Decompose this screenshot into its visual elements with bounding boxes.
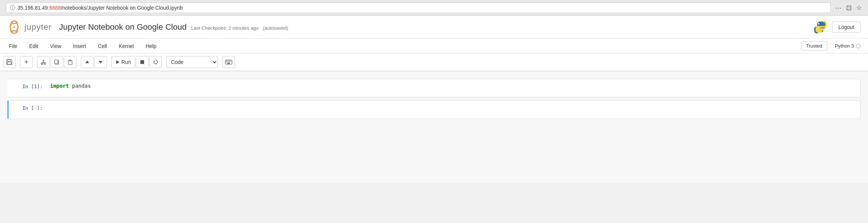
menu-right: Trusted Python 3 <box>801 41 865 51</box>
move-down-button[interactable] <box>94 56 107 68</box>
svg-rect-8 <box>8 59 10 61</box>
cell-1: In [1]: import pandas <box>9 79 860 97</box>
trusted-button[interactable]: Trusted <box>801 41 827 51</box>
browser-bar: ⓘ 35.196.81.49:8888/notebooks/Jupyter No… <box>0 0 868 16</box>
menu-bar: File Edit View Insert Cell Kernel Help T… <box>0 39 868 54</box>
stop-button[interactable] <box>136 56 149 68</box>
svg-point-3 <box>11 24 12 25</box>
svg-rect-18 <box>68 61 72 65</box>
menu-view[interactable]: View <box>44 41 67 51</box>
menu-insert[interactable]: Insert <box>67 41 92 51</box>
cell-2-input[interactable] <box>46 101 860 119</box>
keyword-import: import <box>50 83 69 89</box>
info-icon: ⓘ <box>10 4 15 11</box>
cell-1-container: In [1]: import pandas <box>7 79 861 97</box>
cell-2-prompt: In [ ]: <box>9 101 46 119</box>
menu-cell[interactable]: Cell <box>92 41 113 51</box>
restart-button[interactable] <box>149 56 162 68</box>
svg-rect-27 <box>231 61 231 61</box>
notebook-area: In [1]: import pandas In [ ]: <box>0 71 868 183</box>
restart-icon <box>153 59 159 65</box>
kernel-label: Python 3 <box>835 43 854 49</box>
jupyter-brand: jupyter <box>25 22 52 32</box>
cell-2-container: In [ ]: <box>7 100 861 119</box>
svg-rect-26 <box>229 61 230 61</box>
menu-edit[interactable]: Edit <box>23 41 44 51</box>
checkpoint-info: Last Checkpoint: 2 minutes ago (autosave… <box>191 25 288 31</box>
svg-rect-31 <box>227 63 230 64</box>
copy-button[interactable] <box>50 56 63 68</box>
python-icon <box>813 20 828 34</box>
move-up-button[interactable] <box>81 56 94 68</box>
star-icon[interactable]: ☆ <box>856 4 862 12</box>
svg-rect-25 <box>228 61 229 61</box>
svg-rect-24 <box>226 61 227 61</box>
jupyter-header: jupyter Jupyter Notebook on Google Cloud… <box>0 16 868 39</box>
cut-button[interactable] <box>37 56 50 68</box>
keyboard-icon <box>225 59 232 65</box>
browser-actions: ⋯ ⊡ ☆ <box>835 4 862 12</box>
cell-1-prompt: In [1]: <box>9 79 46 97</box>
svg-rect-28 <box>226 62 227 63</box>
svg-point-1 <box>12 30 17 33</box>
svg-rect-17 <box>55 60 58 64</box>
copy-icon <box>54 59 60 65</box>
url-text: 35.196.81.49:8888/notebooks/Jupyter Note… <box>17 5 183 11</box>
svg-point-4 <box>16 29 17 30</box>
jupyter-logo-area: jupyter <box>7 20 52 34</box>
more-icon[interactable]: ⋯ <box>835 4 842 12</box>
menu-items: File Edit View Insert Cell Kernel Help <box>3 41 162 51</box>
checkpoint-label: Last Checkpoint: 2 minutes ago <box>191 25 259 31</box>
svg-point-2 <box>13 26 15 28</box>
stop-icon <box>140 60 144 64</box>
svg-marker-22 <box>154 61 155 62</box>
arrow-down-icon <box>98 60 103 64</box>
svg-rect-21 <box>140 60 144 64</box>
logout-button[interactable]: Logout <box>832 22 861 33</box>
pocket-icon[interactable]: ⊡ <box>846 4 852 12</box>
url-bar[interactable]: ⓘ 35.196.81.49:8888/notebooks/Jupyter No… <box>6 3 831 13</box>
cell-2: In [ ]: <box>9 101 860 119</box>
arrow-up-icon <box>85 60 89 64</box>
svg-point-5 <box>818 23 819 25</box>
paste-button[interactable] <box>64 56 76 68</box>
svg-marker-20 <box>116 60 120 64</box>
svg-point-0 <box>12 21 17 23</box>
cell-type-select[interactable]: Code Markdown Raw NBConvert <box>166 56 218 68</box>
run-label: Run <box>121 59 131 65</box>
run-button[interactable]: Run <box>111 56 135 68</box>
notebook-title[interactable]: Jupyter Notebook on Google Cloud <box>59 22 187 32</box>
save-icon <box>6 59 12 65</box>
svg-rect-9 <box>7 62 11 64</box>
menu-file[interactable]: File <box>3 41 23 51</box>
toolbar: + R <box>0 54 868 71</box>
kernel-info: Python 3 <box>830 43 865 49</box>
save-button[interactable] <box>3 56 16 68</box>
url-port: :8888 <box>48 5 61 11</box>
add-cell-button[interactable]: + <box>20 56 33 68</box>
kernel-status-icon <box>856 44 861 48</box>
keyboard-shortcuts-button[interactable] <box>222 56 235 68</box>
module-pandas: pandas <box>72 83 91 89</box>
jupyter-title-area: Jupyter Notebook on Google Cloud Last Ch… <box>59 22 813 32</box>
paste-icon <box>67 59 73 65</box>
header-right: Logout <box>813 20 861 34</box>
jupyter-logo-icon <box>7 20 21 34</box>
url-host: 35.196.81.49 <box>17 5 48 11</box>
svg-point-6 <box>822 30 823 32</box>
svg-rect-29 <box>228 62 229 63</box>
cut-icon <box>40 59 46 65</box>
run-icon <box>115 60 120 64</box>
url-path: /notebooks/Jupyter Notebook on Google Cl… <box>61 5 183 11</box>
menu-help[interactable]: Help <box>140 41 162 51</box>
cell-1-input[interactable]: import pandas <box>46 79 860 97</box>
svg-rect-30 <box>229 62 230 63</box>
autosaved-label: (autosaved) <box>263 25 288 31</box>
menu-kernel[interactable]: Kernel <box>113 41 140 51</box>
